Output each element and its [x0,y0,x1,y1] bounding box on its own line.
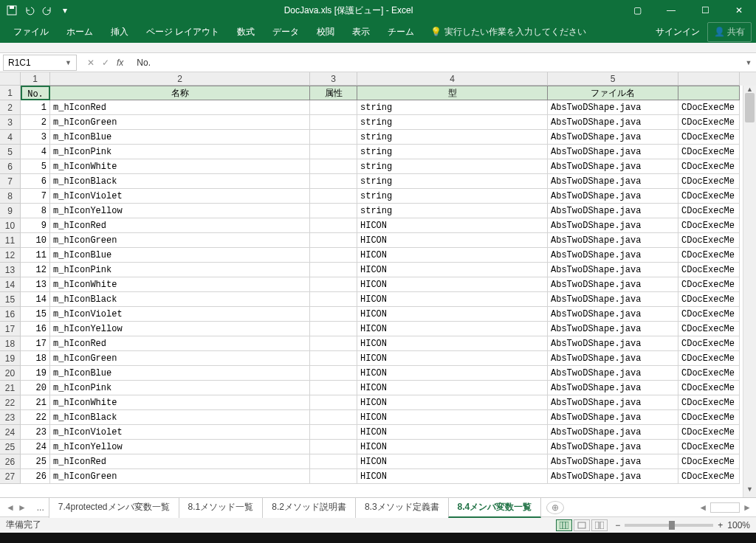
column-header[interactable]: 1 [21,72,50,86]
hscroll-track[interactable] [710,502,740,513]
cell[interactable]: CDocExecMe [678,204,740,218]
cell[interactable]: CDocExecMe [678,145,740,159]
column-header[interactable]: 4 [357,72,548,86]
cell[interactable]: string [357,189,548,204]
cell[interactable]: AbsTwoDShape.java [548,277,678,292]
cell[interactable] [310,233,357,248]
cell[interactable]: m_hIconBlue [50,366,310,381]
cell[interactable] [310,145,357,159]
cell[interactable]: HICON [357,469,548,484]
tab-view[interactable]: 表示 [343,21,379,43]
cell[interactable]: CDocExecMe [678,351,740,366]
cell[interactable]: HICON [357,322,548,336]
cell[interactable]: 9 [21,218,50,233]
cell[interactable] [310,130,357,145]
cell[interactable]: AbsTwoDShape.java [548,100,678,115]
sheet-tab[interactable]: 8.3メソッド定義書 [355,497,449,518]
row-header[interactable]: 2 [0,100,21,115]
cell[interactable] [310,440,357,454]
row-header[interactable]: 21 [0,381,21,395]
cell[interactable] [310,189,357,204]
minimize-button[interactable]: — [654,0,688,21]
tab-home[interactable]: ホーム [58,21,102,43]
cell[interactable]: 25 [21,454,50,469]
cell[interactable]: 4 [21,145,50,159]
sheet-tabs-overflow[interactable]: ... [32,502,49,513]
column-header[interactable]: 5 [548,72,678,86]
scroll-down-icon[interactable]: ▼ [743,485,756,497]
cell[interactable]: m_hIconBlack [50,410,310,425]
cell[interactable]: CDocExecMe [678,218,740,233]
column-header[interactable]: 2 [50,72,310,86]
row-header[interactable]: 20 [0,366,21,381]
name-box[interactable]: R1C1 ▼ [3,55,77,71]
cell[interactable] [310,351,357,366]
cell[interactable]: AbsTwoDShape.java [548,233,678,248]
undo-icon[interactable] [24,4,35,16]
cell[interactable]: m_hIconWhite [50,277,310,292]
cell[interactable] [310,410,357,425]
cell[interactable]: string [357,174,548,189]
cell[interactable]: 1 [21,100,50,115]
ribbon-display-options-icon[interactable]: ▢ [620,0,654,21]
cell[interactable]: 8 [21,204,50,218]
cell[interactable]: 17 [21,336,50,351]
sheet-nav-next-icon[interactable]: ► [18,502,27,513]
cell[interactable]: HICON [357,248,548,263]
cell[interactable]: HICON [357,440,548,454]
row-header[interactable]: 15 [0,292,21,307]
name-box-dropdown-icon[interactable]: ▼ [65,59,72,66]
cell[interactable]: AbsTwoDShape.java [548,218,678,233]
cell[interactable]: HICON [357,351,548,366]
cell[interactable]: m_hIconYellow [50,440,310,454]
cell[interactable]: 5 [21,159,50,174]
cell[interactable]: HICON [357,425,548,440]
cell[interactable]: CDocExecMe [678,233,740,248]
cell[interactable]: AbsTwoDShape.java [548,159,678,174]
cell[interactable]: m_hIconGreen [50,351,310,366]
cell[interactable]: CDocExecMe [678,174,740,189]
cell[interactable]: CDocExecMe [678,130,740,145]
cell[interactable]: m_hIconRed [50,100,310,115]
cell[interactable]: HICON [357,218,548,233]
cell[interactable]: AbsTwoDShape.java [548,336,678,351]
cell[interactable] [310,277,357,292]
cell[interactable] [310,263,357,277]
cell[interactable]: CDocExecMe [678,248,740,263]
cell[interactable] [310,336,357,351]
zoom-out-button[interactable]: − [615,520,620,530]
vertical-scrollbar[interactable]: ▲ ▼ [743,86,756,497]
cell[interactable]: m_hIconPink [50,145,310,159]
cell[interactable]: m_hIconViolet [50,425,310,440]
row-header[interactable]: 13 [0,263,21,277]
row-header[interactable]: 11 [0,233,21,248]
fx-icon[interactable]: fx [117,58,123,68]
cell[interactable]: m_hIconBlue [50,248,310,263]
cell[interactable]: HICON [357,410,548,425]
cell[interactable] [310,218,357,233]
cell[interactable]: string [357,115,548,130]
column-header[interactable] [678,72,740,86]
cell[interactable]: HICON [357,336,548,351]
tab-review[interactable]: 校閲 [308,21,343,43]
tell-me-search[interactable]: 💡 実行したい作業を入力してください [430,26,586,38]
cell[interactable]: m_hIconYellow [50,204,310,218]
page-layout-view-icon[interactable] [574,519,590,531]
cell[interactable]: 14 [21,292,50,307]
cell[interactable]: AbsTwoDShape.java [548,115,678,130]
cell[interactable] [310,469,357,484]
cell[interactable] [678,86,740,100]
cell[interactable]: AbsTwoDShape.java [548,204,678,218]
cell[interactable] [310,292,357,307]
cell[interactable] [310,395,357,410]
cell[interactable]: m_hIconGreen [50,469,310,484]
cell[interactable] [310,322,357,336]
row-header[interactable]: 5 [0,145,21,159]
row-header[interactable]: 10 [0,218,21,233]
cell[interactable]: m_hIconRed [50,454,310,469]
cell[interactable]: 属性 [310,86,357,100]
sheet-tab[interactable]: 8.4メンバ変数一覧 [448,497,542,518]
row-header[interactable]: 17 [0,322,21,336]
row-header[interactable]: 19 [0,351,21,366]
redo-icon[interactable] [41,4,53,16]
